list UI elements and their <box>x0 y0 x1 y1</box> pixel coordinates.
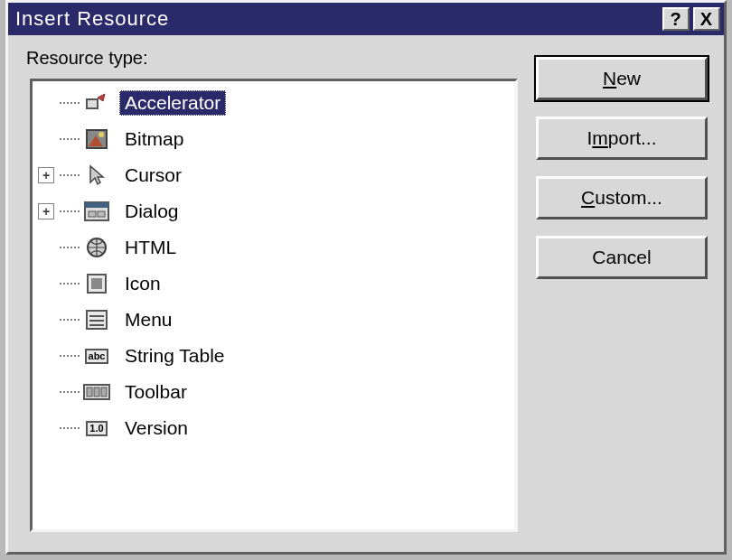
tree-item-label: Version <box>119 415 193 441</box>
import-button[interactable]: Import... <box>536 117 708 160</box>
tree-item-accelerator[interactable]: Accelerator <box>38 85 510 121</box>
close-icon: X <box>700 9 713 30</box>
bitmap-icon <box>83 126 110 152</box>
accelerator-icon <box>83 90 110 116</box>
tree-item-cursor[interactable]: + Cursor <box>38 157 510 193</box>
close-button[interactable]: X <box>693 7 720 31</box>
tree-item-label: Dialog <box>119 199 184 224</box>
tree-item-label: Icon <box>119 271 166 296</box>
icon-icon <box>83 271 110 296</box>
dialog-buttons: New Import... Custom... Cancel <box>536 57 708 279</box>
tree-item-label: HTML <box>119 235 182 260</box>
tree-item-label: String Table <box>119 343 230 369</box>
tree-item-toolbar[interactable]: Toolbar <box>38 374 510 410</box>
tree-item-version[interactable]: 1.0 Version <box>38 410 510 446</box>
custom-button[interactable]: Custom... <box>536 176 708 219</box>
svg-rect-7 <box>98 211 105 217</box>
dialog-icon <box>83 199 110 224</box>
html-icon <box>83 235 110 260</box>
stringtable-icon: abc <box>83 343 110 369</box>
svg-rect-18 <box>101 387 107 397</box>
help-icon: ? <box>670 9 681 30</box>
dialog-title: Insert Resource <box>15 7 662 31</box>
tree-item-html[interactable]: HTML <box>38 229 510 266</box>
cancel-button[interactable]: Cancel <box>536 236 708 279</box>
svg-rect-6 <box>89 211 96 217</box>
titlebar: Insert Resource ? X <box>8 3 724 35</box>
cursor-icon <box>83 163 110 188</box>
tree-item-dialog[interactable]: + Dialog <box>38 193 510 229</box>
insert-resource-dialog: Insert Resource ? X Resource type: <box>5 0 727 555</box>
new-button[interactable]: New <box>536 57 708 100</box>
expander-plus-icon[interactable]: + <box>38 203 54 219</box>
svg-rect-16 <box>87 387 92 397</box>
titlebar-buttons: ? X <box>662 7 720 31</box>
tree-item-bitmap[interactable]: Bitmap <box>38 121 510 157</box>
svg-rect-0 <box>87 99 98 108</box>
svg-rect-5 <box>85 202 108 208</box>
tree-item-label: Bitmap <box>119 126 189 152</box>
tree-item-stringtable[interactable]: abc String Table <box>38 338 510 374</box>
tree-item-label: Toolbar <box>119 379 192 405</box>
tree-item-label: Accelerator <box>119 90 226 116</box>
svg-rect-17 <box>94 387 99 397</box>
version-icon: 1.0 <box>83 415 110 441</box>
svg-rect-10 <box>91 278 102 289</box>
tree-item-label: Cursor <box>119 163 187 188</box>
client-area: Resource type: Accelerator <box>8 35 724 552</box>
expander-plus-icon[interactable]: + <box>38 167 54 183</box>
tree-item-label: Menu <box>119 307 178 332</box>
svg-point-3 <box>99 132 104 137</box>
menu-icon <box>83 307 110 332</box>
tree-item-icon[interactable]: Icon <box>38 266 510 302</box>
resource-type-tree[interactable]: Accelerator Bitmap + <box>30 79 518 532</box>
help-button[interactable]: ? <box>662 7 690 31</box>
toolbar-icon <box>83 379 110 405</box>
tree-item-menu[interactable]: Menu <box>38 302 510 338</box>
